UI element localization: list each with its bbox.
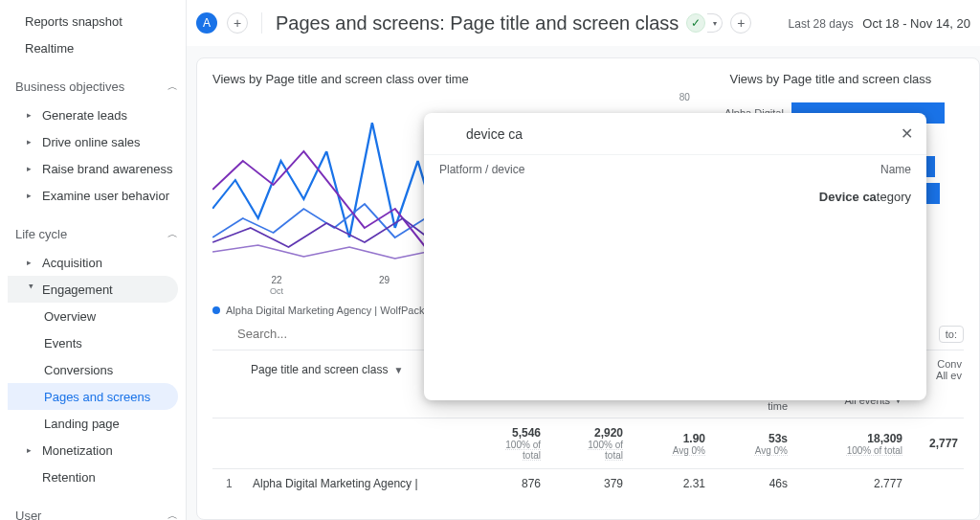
- table-summary-row: 5,546100% of total 2,920100% of total 1.…: [212, 418, 964, 469]
- close-icon[interactable]: ✕: [901, 124, 913, 143]
- nav-engagement-landing-page[interactable]: Landing page: [8, 410, 178, 437]
- nav-group-business-objectives[interactable]: Business objectives ︿: [8, 71, 186, 102]
- add-comparison-button[interactable]: +: [227, 12, 248, 34]
- nav-engagement[interactable]: ▸Engagement: [8, 276, 178, 303]
- divider: [261, 12, 262, 34]
- account-badge[interactable]: A: [196, 12, 217, 34]
- nav-group-label: Life cycle: [15, 227, 67, 241]
- sidebar-nav: Reports snapshot Realtime Business objec…: [0, 0, 187, 520]
- table-search-input[interactable]: [237, 327, 429, 341]
- popup-column-headers: Platform / device Name: [424, 155, 926, 186]
- nav-engagement-overview[interactable]: Overview: [8, 303, 178, 329]
- nav-group-label: Business objectives: [15, 79, 124, 94]
- nav-generate-leads[interactable]: ▸Generate leads: [8, 102, 186, 128]
- chevron-up-icon: ︿: [167, 509, 178, 521]
- nav-group-label: User: [15, 509, 41, 521]
- x-tick: 22: [271, 275, 281, 285]
- nav-group-life-cycle[interactable]: Life cycle ︿: [8, 218, 186, 249]
- to-label: to:: [939, 326, 964, 343]
- search-icon: [212, 326, 230, 342]
- nav-engagement-pages-screens[interactable]: Pages and screens: [8, 383, 178, 410]
- x-tick: 29: [379, 275, 390, 285]
- line-chart-title: Views by Page title and screen class ove…: [212, 72, 669, 86]
- chevron-up-icon: ︿: [167, 227, 178, 241]
- legend-dot-icon: [212, 306, 220, 314]
- bar-chart-title: Views by Page title and screen class: [698, 72, 964, 86]
- chevron-down-icon: ▼: [393, 365, 403, 375]
- nav-retention[interactable]: ▸Retention: [8, 463, 186, 490]
- dimension-search-popup: ✕ Platform / device Name Device category: [424, 113, 926, 400]
- search-icon: [437, 124, 455, 145]
- search-result-device-category[interactable]: Device category: [424, 186, 926, 208]
- nav-reports-snapshot[interactable]: Reports snapshot: [8, 8, 186, 34]
- nav-drive-online-sales[interactable]: ▸Drive online sales: [8, 128, 186, 155]
- table-row[interactable]: 1 Alpha Digital Marketing Agency | 876 3…: [212, 469, 964, 498]
- nav-realtime[interactable]: Realtime: [8, 34, 186, 61]
- date-range-picker[interactable]: Last 28 days Oct 18 - Nov 14, 20: [789, 16, 970, 31]
- title-dropdown[interactable]: ▾: [707, 13, 723, 33]
- dimension-picker[interactable]: Page title and screen class ▼: [212, 363, 403, 376]
- row-title: Alpha Digital Marketing Agency |: [239, 477, 472, 490]
- nav-group-user[interactable]: User ︿: [8, 500, 186, 520]
- nav-monetization[interactable]: ▸Monetization: [8, 437, 186, 463]
- nav-engagement-conversions[interactable]: Conversions: [8, 356, 178, 383]
- check-icon[interactable]: ✓: [686, 13, 705, 33]
- nav-acquisition[interactable]: ▸Acquisition: [8, 249, 186, 276]
- add-button[interactable]: +: [730, 12, 751, 34]
- conversions-column-header: ConvAll ev: [936, 358, 964, 381]
- dimension-search-input[interactable]: [466, 126, 889, 142]
- nav-examine-user-behavior[interactable]: ▸Examine user behavior: [8, 182, 186, 209]
- y-axis-tick: 80: [679, 92, 690, 102]
- chevron-up-icon: ︿: [167, 79, 178, 94]
- nav-engagement-events[interactable]: Events: [8, 329, 178, 356]
- page-title: Pages and screens: Page title and screen…: [276, 12, 751, 34]
- top-toolbar: A + Pages and screens: Page title and sc…: [187, 0, 980, 46]
- nav-raise-brand-awareness[interactable]: ▸Raise brand awareness: [8, 155, 186, 182]
